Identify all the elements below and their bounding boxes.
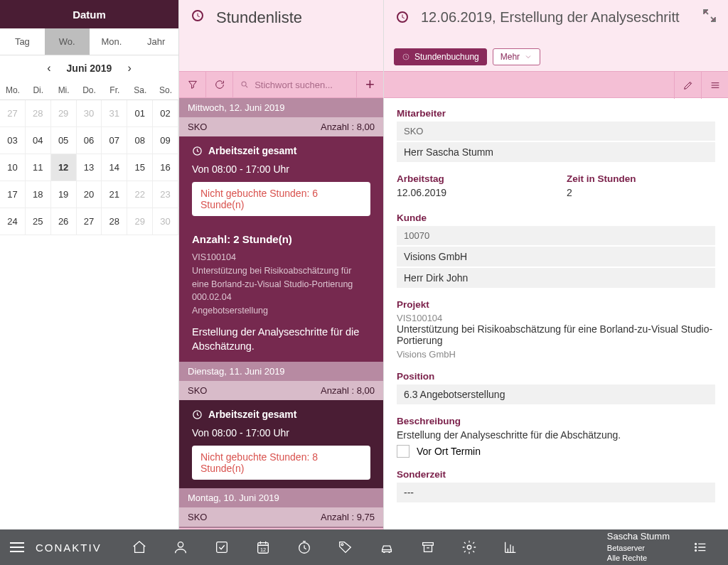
svg-point-13 (695, 547, 697, 548)
tab-day[interactable]: Tag (0, 28, 45, 55)
beschreibung-value: Erstellung der Analyseschritte für die A… (397, 429, 715, 441)
refresh-button[interactable] (206, 71, 233, 98)
person-icon[interactable] (163, 529, 198, 565)
timer-icon (402, 53, 410, 61)
weekday-header: Mo.Di.Mi.Do.Fr.Sa.So. (0, 81, 178, 100)
tab-week[interactable]: Wo. (45, 28, 90, 55)
calendar-day[interactable]: 13 (77, 154, 102, 181)
prev-month-icon[interactable]: ‹ (47, 62, 50, 75)
search-icon (240, 80, 249, 90)
svg-point-14 (695, 550, 697, 551)
employee-row[interactable]: SKO Anzahl : 8,00 (179, 117, 383, 136)
calendar-day[interactable]: 21 (102, 181, 127, 208)
calendar-day[interactable]: 15 (127, 154, 153, 181)
menu-button[interactable] (701, 72, 728, 99)
mitarbeiter-code: SKO (397, 122, 715, 141)
calendar-day[interactable]: 27 (77, 208, 102, 235)
calendar-day[interactable]: 30 (77, 100, 102, 127)
employee-code: SKO (188, 385, 207, 396)
calendar-day[interactable]: 11 (26, 154, 51, 181)
calendar-day[interactable]: 08 (127, 127, 153, 154)
svg-rect-10 (422, 543, 433, 546)
tag-icon[interactable] (328, 529, 363, 565)
expand-icon[interactable] (701, 7, 718, 27)
employee-count: Anzahl : 9,75 (321, 512, 375, 522)
arbeitstag-value: 12.06.2019 (397, 187, 545, 198)
calendar-day[interactable]: 31 (102, 100, 127, 127)
calendar-day[interactable]: 05 (51, 127, 77, 154)
calendar-icon[interactable]: 12 (245, 529, 281, 565)
calendar-day[interactable]: 22 (127, 181, 153, 208)
employee-row[interactable]: SKO Anzahl : 9,75 (179, 507, 383, 527)
calendar-day[interactable]: 24 (0, 208, 26, 235)
label-kunde: Kunde (397, 212, 715, 223)
calendar-day[interactable]: 28 (26, 100, 51, 127)
car-icon[interactable] (369, 529, 405, 565)
gear-icon[interactable] (451, 529, 487, 565)
calendar-day[interactable]: 12 (51, 154, 77, 181)
calendar-day[interactable]: 02 (153, 100, 178, 127)
filter-button[interactable] (179, 71, 206, 98)
calendar-day[interactable]: 01 (127, 100, 153, 127)
weekday-label: Fr. (102, 81, 127, 99)
employee-code: SKO (188, 122, 207, 132)
label-arbeitstag: Arbeitstag (397, 173, 545, 184)
weekday-label: Mo. (0, 81, 26, 99)
position-value: 6.3 Angebotserstellung (397, 384, 715, 404)
clock-icon (192, 409, 203, 420)
calendar-day[interactable]: 17 (0, 181, 26, 208)
weekday-label: Mi. (51, 81, 77, 99)
add-button[interactable]: + (356, 71, 383, 98)
employee-row[interactable]: SKO Anzahl : 8,00 (179, 381, 383, 400)
worktime-block[interactable]: Arbeitszeit gesamt Von 08:00 - 17:00 Uhr… (179, 136, 383, 225)
calendar-grid: 2728293031010203040506070809101112131415… (0, 100, 178, 235)
calendar-day[interactable]: 06 (77, 127, 102, 154)
calendar-day[interactable]: 29 (127, 208, 153, 235)
projekt-code: VIS100104 (397, 313, 715, 323)
menu-icon[interactable] (10, 542, 24, 552)
calendar-day[interactable]: 30 (153, 208, 178, 235)
archive-icon[interactable] (410, 529, 446, 565)
tab-more[interactable]: Mehr (493, 48, 540, 65)
calendar-day[interactable]: 14 (102, 154, 127, 181)
svg-point-11 (467, 545, 471, 549)
label-zeit: Zeit in Stunden (567, 173, 715, 184)
timer-nav-icon[interactable] (287, 529, 322, 565)
vorort-checkbox[interactable] (397, 445, 410, 458)
calendar-day[interactable]: 04 (26, 127, 51, 154)
search-input[interactable] (255, 80, 349, 90)
time-entry[interactable]: Anzahl: 2 Stunde(n) VIS100104 Unterstütz… (179, 225, 383, 362)
calendar-day[interactable]: 16 (153, 154, 178, 181)
next-month-icon[interactable]: › (127, 62, 131, 75)
employee-count: Anzahl : 8,00 (321, 385, 375, 396)
day-header: Dienstag, 11. Juni 2019 (179, 362, 383, 381)
timer-icon (394, 9, 411, 26)
calendar-day[interactable]: 18 (26, 181, 51, 208)
calendar-day[interactable]: 09 (153, 127, 178, 154)
home-icon[interactable] (122, 529, 157, 565)
calendar-day[interactable]: 10 (0, 154, 26, 181)
calendar-day[interactable]: 26 (51, 208, 77, 235)
calendar-day[interactable]: 20 (77, 181, 102, 208)
check-icon[interactable] (204, 529, 240, 565)
calendar-day[interactable]: 28 (102, 208, 127, 235)
calendar-day[interactable]: 07 (102, 127, 127, 154)
worktime-block[interactable]: Arbeitszeit gesamt Von 08:00 - 17:00 Uhr… (179, 400, 383, 488)
tab-month[interactable]: Mon. (90, 28, 134, 55)
chart-icon[interactable] (493, 529, 528, 565)
tab-stundenbuchung[interactable]: Stundenbuchung (394, 48, 487, 65)
calendar-day[interactable]: 23 (153, 181, 178, 208)
calendar-day[interactable]: 29 (51, 100, 77, 127)
tab-year[interactable]: Jahr (134, 28, 178, 55)
edit-button[interactable] (674, 72, 701, 99)
kunde-name: Visions GmbH (397, 247, 715, 267)
calendar-day[interactable]: 19 (51, 181, 77, 208)
bottom-bar: conaktiv 12 Sascha Stumm Betaserver Alle… (0, 529, 728, 565)
svg-rect-5 (216, 542, 227, 553)
list-icon[interactable] (682, 529, 718, 565)
calendar-day[interactable]: 25 (26, 208, 51, 235)
worktime-range: Von 08:00 - 17:00 Uhr (192, 163, 370, 175)
calendar-day[interactable]: 03 (0, 127, 26, 154)
mid-title: Stundenliste (216, 7, 302, 27)
calendar-day[interactable]: 27 (0, 100, 26, 127)
